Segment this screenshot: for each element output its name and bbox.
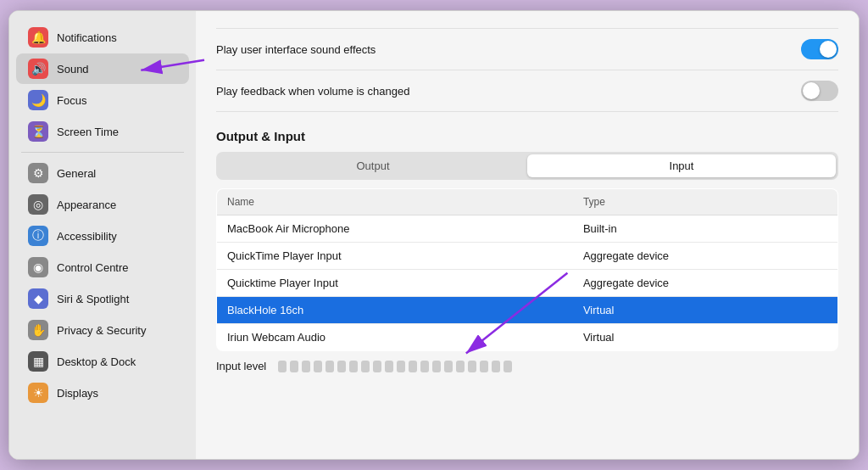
column-header-name: Name [217, 189, 573, 215]
level-dot-12 [420, 361, 429, 372]
sound-icon: 🔊 [28, 59, 48, 79]
level-dot-1 [290, 361, 298, 372]
main-content: Play user interface sound effectsPlay fe… [196, 11, 859, 459]
table-row[interactable]: QuickTime Player InputAggregate device [217, 243, 838, 270]
siri-icon: ◆ [28, 288, 48, 309]
sidebar-item-displays[interactable]: ☀Displays [16, 378, 189, 408]
level-dot-4 [326, 361, 334, 372]
toggle-row-feedback-sound: Play feedback when volume is changed [216, 70, 838, 112]
level-dot-2 [302, 361, 310, 372]
sidebar-item-notifications[interactable]: 🔔Notifications [16, 22, 189, 53]
level-dot-3 [314, 361, 322, 372]
displays-icon: ☀ [28, 383, 48, 403]
tab-bar: OutputInput [216, 152, 838, 180]
level-dot-14 [444, 361, 453, 372]
privacy-icon: ✋ [28, 320, 48, 340]
toggle-knob-ui-sound [820, 41, 837, 58]
device-type-cell: Virtual [573, 297, 838, 324]
toggle-switch-feedback-sound[interactable] [801, 81, 838, 101]
level-dot-13 [432, 361, 441, 372]
device-name-cell: BlackHole 16ch [217, 297, 573, 324]
device-name-cell: QuickTime Player Input [217, 243, 573, 270]
sidebar-label-appearance: Appearance [57, 199, 116, 211]
sidebar-label-privacy: Privacy & Security [57, 324, 146, 337]
toggle-label-ui-sound: Play user interface sound effects [216, 43, 376, 56]
appearance-icon: ◎ [28, 194, 48, 215]
sidebar-label-displays: Displays [57, 387, 98, 400]
sidebar-item-controlcentre[interactable]: ◉Control Centre [16, 252, 189, 283]
device-name-cell: Iriun Webcam Audio [217, 324, 573, 351]
sidebar-item-privacy[interactable]: ✋Privacy & Security [16, 315, 189, 345]
settings-window: 🔔Notifications🔊Sound🌙Focus⏳Screen Time⚙G… [8, 10, 860, 460]
sidebar-divider [21, 152, 184, 153]
level-dot-0 [278, 361, 287, 372]
sidebar-label-sound: Sound [57, 63, 89, 76]
device-type-cell: Built-in [573, 215, 838, 243]
device-table: NameType MacBook Air MicrophoneBuilt-inQ… [216, 188, 838, 351]
device-name-cell: Quicktime Player Input [217, 270, 573, 297]
tab-input[interactable]: Input [527, 154, 836, 177]
level-dot-10 [397, 361, 405, 372]
level-dot-6 [349, 361, 358, 372]
toggle-row-ui-sound: Play user interface sound effects [216, 28, 838, 70]
table-row[interactable]: MacBook Air MicrophoneBuilt-in [217, 215, 838, 243]
sidebar-label-accessibility: Accessibility [57, 230, 117, 243]
level-dot-17 [480, 361, 488, 372]
table-row[interactable]: Quicktime Player InputAggregate device [217, 270, 838, 297]
input-level-label: Input level [216, 360, 266, 372]
notifications-icon: 🔔 [28, 27, 48, 48]
sidebar-label-notifications: Notifications [57, 31, 117, 44]
focus-icon: 🌙 [28, 90, 48, 110]
toggle-label-feedback-sound: Play feedback when volume is changed [216, 85, 409, 98]
level-dot-9 [385, 361, 393, 372]
device-name-cell: MacBook Air Microphone [217, 215, 573, 243]
sidebar-item-accessibility[interactable]: ⓘAccessibility [16, 221, 189, 251]
level-dot-5 [337, 361, 346, 372]
section-title: Output & Input [216, 129, 838, 143]
device-type-cell: Aggregate device [573, 243, 838, 270]
input-level-row: Input level [216, 351, 838, 381]
toggle-switch-ui-sound[interactable] [801, 39, 838, 59]
screentime-icon: ⏳ [28, 121, 48, 142]
sidebar-item-desktop[interactable]: ▦Desktop & Dock [16, 346, 189, 377]
device-type-cell: Virtual [573, 324, 838, 351]
sidebar: 🔔Notifications🔊Sound🌙Focus⏳Screen Time⚙G… [9, 11, 196, 459]
sidebar-item-screentime[interactable]: ⏳Screen Time [16, 116, 189, 147]
table-row[interactable]: Iriun Webcam AudioVirtual [217, 324, 838, 351]
accessibility-icon: ⓘ [28, 226, 48, 246]
sidebar-label-screentime: Screen Time [57, 126, 119, 138]
sidebar-item-appearance[interactable]: ◎Appearance [16, 189, 189, 220]
controlcentre-icon: ◉ [28, 257, 48, 277]
level-dot-18 [492, 361, 500, 372]
table-row[interactable]: BlackHole 16chVirtual [217, 297, 838, 324]
sidebar-item-sound[interactable]: 🔊Sound [16, 53, 189, 84]
level-dot-7 [361, 361, 370, 372]
tab-output[interactable]: Output [219, 154, 527, 177]
desktop-icon: ▦ [28, 351, 48, 372]
level-dot-8 [373, 361, 381, 372]
level-dots [278, 361, 512, 372]
sidebar-item-focus[interactable]: 🌙Focus [16, 85, 189, 115]
level-dot-16 [468, 361, 476, 372]
sidebar-label-focus: Focus [57, 94, 86, 107]
sidebar-item-siri[interactable]: ◆Siri & Spotlight [16, 283, 189, 314]
column-header-type: Type [573, 189, 838, 215]
sidebar-item-general[interactable]: ⚙General [16, 158, 189, 188]
sidebar-label-general: General [57, 167, 96, 180]
device-type-cell: Aggregate device [573, 270, 838, 297]
sidebar-label-controlcentre: Control Centre [57, 261, 129, 274]
level-dot-15 [456, 361, 465, 372]
sidebar-label-desktop: Desktop & Dock [57, 355, 136, 368]
level-dot-11 [409, 361, 417, 372]
level-dot-19 [504, 361, 512, 372]
toggle-knob-feedback-sound [803, 82, 820, 99]
general-icon: ⚙ [28, 163, 48, 183]
sidebar-label-siri: Siri & Spotlight [57, 293, 129, 305]
